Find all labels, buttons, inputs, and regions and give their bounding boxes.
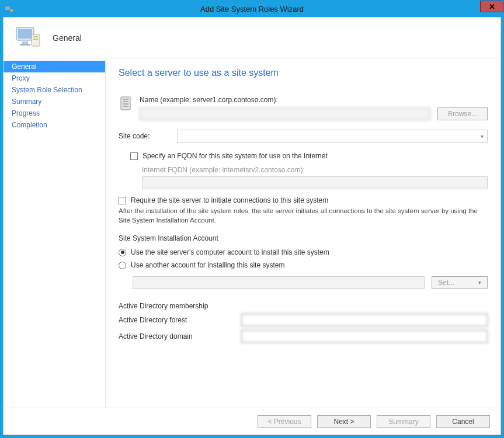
radio-other-account[interactable] <box>119 262 126 269</box>
ad-domain-label: Active Directory domain <box>119 332 235 340</box>
nav-item-summary[interactable]: Summary <box>4 96 105 107</box>
other-account-input <box>133 276 425 289</box>
site-code-select[interactable]: ▾ <box>177 130 488 142</box>
next-button[interactable]: Next > <box>317 415 371 428</box>
close-button[interactable]: ✕ <box>480 1 503 12</box>
ad-domain-input[interactable] <box>241 330 488 343</box>
svg-rect-5 <box>22 41 28 44</box>
svg-rect-11 <box>123 99 128 100</box>
radio-computer-account-label: Use the site server's computer account t… <box>131 248 329 256</box>
internet-fqdn-label: Internet FQDN (example: internetsrv2.con… <box>142 166 488 174</box>
svg-rect-13 <box>123 103 128 105</box>
site-code-label: Site code: <box>119 132 171 140</box>
require-initiate-checkbox[interactable] <box>119 197 126 204</box>
content-heading: Select a server to use as a site system <box>119 68 488 78</box>
header-page-name: General <box>53 33 82 43</box>
ad-forest-label: Active Directory forest <box>119 316 235 324</box>
help-text: After the installation of the site syste… <box>119 207 488 225</box>
svg-rect-12 <box>123 101 128 102</box>
wizard-body: General Proxy System Role Selection Summ… <box>4 58 500 408</box>
set-account-button-label: Set... <box>438 279 454 287</box>
svg-rect-6 <box>20 44 30 46</box>
wizard-footer: < Previous Next > Summary Cancel <box>4 408 500 434</box>
wizard-window: Add Site System Roles Wizard ✕ General <box>0 0 504 438</box>
specify-fqdn-label: Specify an FQDN for this site system for… <box>142 152 328 160</box>
wizard-inner: General General Proxy System Role Select… <box>3 17 501 435</box>
computer-icon <box>15 26 42 50</box>
nav-item-general[interactable]: General <box>4 61 105 72</box>
nav-item-completion[interactable]: Completion <box>4 119 105 131</box>
server-icon <box>119 96 134 111</box>
install-account-title: Site System Installation Account <box>119 234 488 242</box>
require-initiate-label: Require the site server to initiate conn… <box>131 196 328 204</box>
svg-rect-14 <box>123 106 128 107</box>
radio-computer-account[interactable] <box>119 249 126 256</box>
close-icon: ✕ <box>489 2 495 11</box>
name-input[interactable] <box>140 107 430 120</box>
name-label: Name (example: server1.corp.contoso.com)… <box>140 96 488 104</box>
chevron-down-icon: ▾ <box>481 133 484 140</box>
browse-button[interactable]: Browse... <box>437 107 488 120</box>
internet-fqdn-input <box>142 176 488 189</box>
radio-other-account-label: Use another account for installing this … <box>131 261 284 269</box>
ad-membership-title: Active Directory membership <box>119 302 488 310</box>
nav-item-progress[interactable]: Progress <box>4 107 105 119</box>
wizard-content: Select a server to use as a site system … <box>106 58 500 408</box>
specify-fqdn-checkbox[interactable] <box>130 152 138 160</box>
window-title: Add Site System Roles Wizard <box>1 5 503 13</box>
svg-rect-9 <box>33 39 38 40</box>
chevron-down-icon: ▾ <box>478 280 481 286</box>
wizard-sidebar: General Proxy System Role Selection Summ… <box>4 58 106 408</box>
svg-rect-4 <box>18 29 32 39</box>
wizard-header: General <box>4 18 500 58</box>
svg-rect-8 <box>33 36 38 37</box>
set-account-button[interactable]: Set... ▾ <box>432 276 488 289</box>
previous-button[interactable]: < Previous <box>258 415 311 428</box>
nav-item-proxy[interactable]: Proxy <box>4 72 105 84</box>
titlebar: Add Site System Roles Wizard ✕ <box>1 1 503 17</box>
ad-forest-input[interactable] <box>241 314 488 326</box>
cancel-button[interactable]: Cancel <box>436 415 490 428</box>
summary-button[interactable]: Summary <box>377 415 430 428</box>
nav-item-system-role-selection[interactable]: System Role Selection <box>4 84 105 96</box>
